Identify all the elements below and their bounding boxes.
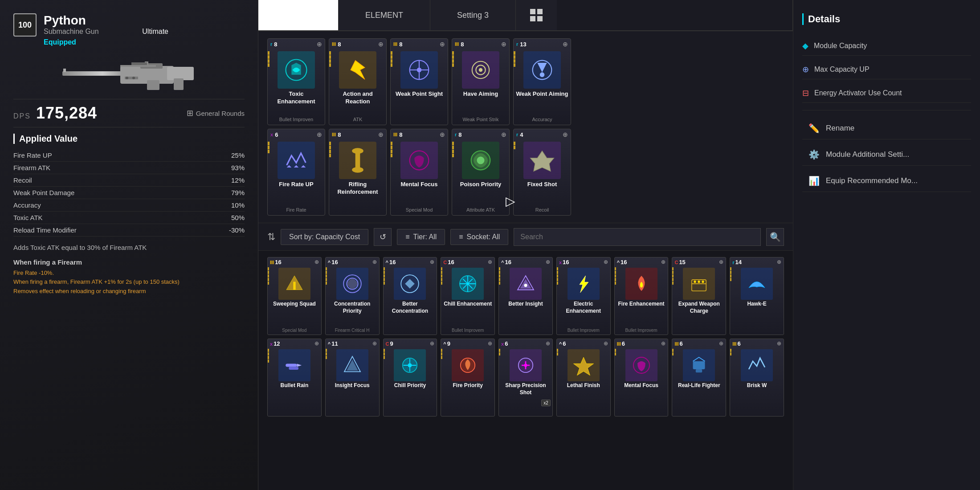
equipped-module-5[interactable]: x 6 ⊕ Fire Rate UP Fire Rate xyxy=(267,129,325,216)
inv-cost: C 16 xyxy=(443,259,454,265)
description-box: Adds Toxic ATK equal to 30% of Firearm A… xyxy=(13,243,245,253)
inv-cost: ^ 9 xyxy=(443,340,450,347)
module-settings-button[interactable]: ⚙️ Module Additional Setti... xyxy=(802,144,971,166)
tab-setting3[interactable]: Setting 3 xyxy=(430,0,516,30)
cost-value: 8 xyxy=(274,41,277,48)
inventory-item-10[interactable]: ^ 11 ⊕ Insight Focus xyxy=(325,339,380,416)
inv-card-top: C 16 ⊕ xyxy=(441,257,494,267)
inventory-item-0[interactable]: III 16 ⊕ Sweeping Squad Special Mod xyxy=(267,257,322,335)
inventory-item-3[interactable]: C 16 ⊕ Chill Enhancement Bullet Improvem xyxy=(441,257,495,335)
tab-element[interactable]: ELEMENT xyxy=(339,0,430,30)
equipped-module-7[interactable]: III 8 ⊕ Mental Focus Special Mod xyxy=(390,129,448,216)
equipped-module-8[interactable]: r 8 ⊕ Poison Priority Attribute ATK xyxy=(452,129,510,216)
filter-row: ⇅ Sort by: Capacity Cost ↺ ≡ Tier: All ≡… xyxy=(258,223,793,251)
inventory-item-5[interactable]: x 16 ⊕ Electric Enhancement Bullet Impro… xyxy=(556,257,611,335)
cost-value: 12 xyxy=(274,340,280,347)
inv-name: Bullet Rain xyxy=(279,382,310,389)
cost-value: 6 xyxy=(622,340,625,347)
module-cost: III 8 xyxy=(393,41,402,48)
inventory-item-9[interactable]: x 12 ⊕ Bullet Rain xyxy=(267,339,322,416)
equipped-module-1[interactable]: III 8 ⊕ Action and Reaction ATK xyxy=(329,38,387,125)
capacity-bars xyxy=(514,51,516,112)
module-cost: III 8 xyxy=(393,131,402,138)
svg-point-35 xyxy=(477,156,484,164)
module-card-top: r 8 ⊕ xyxy=(268,39,325,49)
inv-bars xyxy=(499,349,501,406)
inv-card-top: x 16 ⊕ xyxy=(557,257,610,267)
cost-value: 16 xyxy=(621,259,627,265)
search-input[interactable] xyxy=(514,228,761,246)
settings-icon: ⊕ xyxy=(563,41,568,48)
module-card-top: x 6 ⊕ xyxy=(268,129,325,140)
inventory-item-15[interactable]: III 6 ⊕ Mental Focus xyxy=(614,339,669,416)
tab-active[interactable] xyxy=(258,0,339,30)
socket-icon: x xyxy=(270,341,273,347)
equipped-module-4[interactable]: r 13 ⊕ Weak Point Aiming Accuracy xyxy=(513,38,571,125)
capacity-bars xyxy=(452,51,454,112)
inv-cost: III 6 xyxy=(674,340,682,347)
inv-card-top: III 6 ⊕ xyxy=(615,339,668,348)
sort-icon[interactable]: ⇅ xyxy=(267,231,275,243)
module-cost: r 8 xyxy=(455,131,462,138)
inventory-item-12[interactable]: ^ 9 ⊕ Fire Priority xyxy=(441,339,495,416)
module-icon-area xyxy=(400,51,438,89)
svg-point-12 xyxy=(132,77,135,79)
inventory-item-13[interactable]: x 6 ⊕ Sharp Precision Shot x2 xyxy=(498,339,553,416)
socket-filter[interactable]: ≡ Socket: All xyxy=(450,229,508,245)
module-card-top: r 8 ⊕ xyxy=(452,129,509,140)
search-icon-btn[interactable]: 🔍 xyxy=(766,228,784,246)
rename-button[interactable]: ✏️ Rename xyxy=(802,118,971,139)
equip-icon: ⊕ xyxy=(372,259,377,265)
inv-name: Mental Focus xyxy=(623,382,660,389)
inventory-item-1[interactable]: ^ 16 ⊕ Concentration Priority Firearm Cr… xyxy=(325,257,380,335)
equipped-module-6[interactable]: III 8 ⊕ Rifling Reinforcement xyxy=(329,129,387,216)
inventory-item-14[interactable]: ^ 6 ⊕ Lethal Finish xyxy=(556,339,611,416)
inv-cost: ^ 16 xyxy=(501,259,511,265)
equip-icon: ⊕ xyxy=(546,259,550,265)
module-name: Toxic Enhancement xyxy=(268,90,325,106)
svg-rect-4 xyxy=(167,67,194,80)
cost-value: 4 xyxy=(520,131,523,138)
inv-name: Fire Enhancement xyxy=(617,301,666,308)
inventory-item-7[interactable]: C 15 ⊕ Expand Weapon Charge xyxy=(672,257,726,335)
cost-value: 9 xyxy=(447,340,450,347)
equipped-module-0[interactable]: r 8 ⊕ Toxic Enhancement Bullet Improven xyxy=(267,38,325,125)
slots-section: r 8 ⊕ Toxic Enhancement Bullet Improven … xyxy=(258,31,793,223)
module-icon-area xyxy=(339,51,376,89)
inv-bars xyxy=(557,267,559,325)
tab-grid-icon[interactable] xyxy=(516,0,557,30)
inv-name: Fire Priority xyxy=(452,382,484,389)
stat-toxic-atk: Toxic ATK 50% xyxy=(13,212,245,224)
refresh-button[interactable]: ↺ xyxy=(374,228,392,246)
svg-rect-5 xyxy=(174,78,184,90)
inventory-item-4[interactable]: ^ 16 ⊕ Better Insight xyxy=(498,257,553,335)
inv-bars xyxy=(441,349,443,406)
inventory-item-11[interactable]: C 9 ⊕ Chill Priority xyxy=(383,339,437,416)
stat-recoil: Recoil 12% xyxy=(13,174,245,187)
equipped-module-2[interactable]: III 8 ⊕ Weak Point Sight xyxy=(390,38,448,125)
module-name: Fire Rate UP xyxy=(277,181,315,188)
inventory-item-8[interactable]: r 14 ⊕ Hawk-E xyxy=(730,257,784,335)
inv-name: Lethal Finish xyxy=(566,382,601,389)
module-settings-icon: ⚙️ xyxy=(808,149,820,160)
inventory-item-6[interactable]: ^ 16 ⊕ Fire Enhancement Bullet Improvem xyxy=(614,257,669,335)
inv-bars xyxy=(730,349,732,406)
module-icon-area xyxy=(462,142,499,179)
svg-point-26 xyxy=(540,72,545,77)
equipped-module-9[interactable]: r 4 ⊕ Fixed Shot Recoil xyxy=(513,129,571,216)
equip-icon: ⊕ xyxy=(546,340,550,347)
socket-icon: r xyxy=(516,132,518,137)
equip-recommended-button[interactable]: 📊 Equip Recommended Mo... xyxy=(802,170,971,192)
module-icon-area xyxy=(278,51,315,89)
inventory-item-17[interactable]: III 6 ⊕ Brisk W xyxy=(730,339,784,416)
dps-label: DPS xyxy=(13,112,31,120)
tier-filter[interactable]: ≡ Tier: All xyxy=(397,229,445,245)
module-cost: r 8 xyxy=(270,41,278,48)
svg-point-58 xyxy=(524,363,527,367)
sort-button[interactable]: Sort by: Capacity Cost xyxy=(281,229,368,245)
svg-point-48 xyxy=(702,281,704,283)
inventory-item-2[interactable]: ^ 16 ⊕ Better Concentration xyxy=(383,257,437,335)
equipped-module-3[interactable]: III 8 ⊕ Have Aiming Weak Point Strik xyxy=(452,38,510,125)
inventory-item-16[interactable]: III 6 ⊕ Real-Life Fighter xyxy=(672,339,726,416)
socket-icon: ^ xyxy=(386,260,388,265)
